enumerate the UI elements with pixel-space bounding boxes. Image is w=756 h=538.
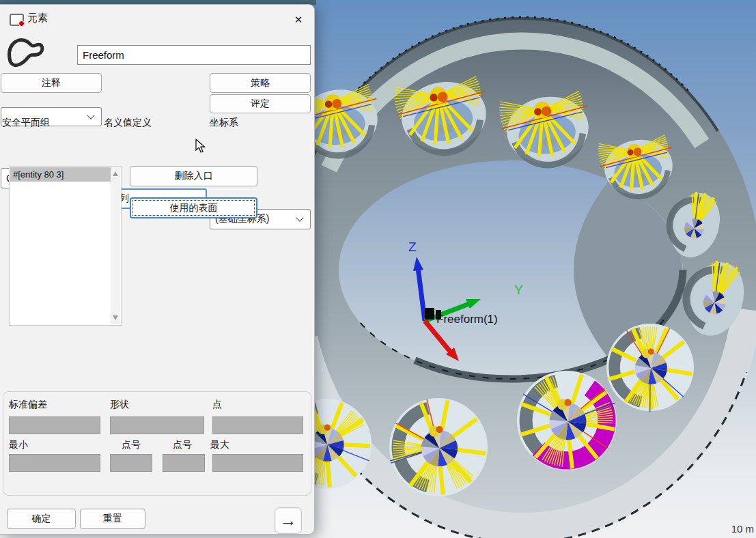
min-field [9,454,100,472]
label-overlap-block [425,308,434,320]
scroll-up-icon[interactable] [113,171,118,176]
freeform-feature-icon [4,33,46,73]
form-field [110,416,204,434]
element-dialog: 元素 ✕ 注释 策略 评定 安全平面组 名义值定义 坐标系 CP +X 阵列 (… [0,4,315,535]
pocket-front [389,398,488,496]
feature-label: Freeform(1) [436,313,498,326]
ok-button[interactable]: 确定 [7,509,76,529]
next-arrow-button[interactable]: → [275,507,302,534]
z-axis-arrow [418,268,425,321]
strategy-button[interactable]: 策略 [210,73,311,93]
pocket-selected [517,371,617,470]
dialog-title: 元素 [27,12,48,25]
coordinate-system-label: 坐标系 [210,117,238,129]
z-axis-arrowhead [413,257,423,271]
feature-name-input[interactable] [77,45,311,65]
max-field [212,454,303,472]
reset-button[interactable]: 重置 [80,509,145,529]
list-item[interactable]: #[entity 80 3] [10,167,111,182]
chevron-down-icon [296,214,303,221]
scroll-down-icon[interactable] [113,315,118,320]
nominal-definition-label: 名义值定义 [104,117,152,129]
dialog-app-icon [10,14,24,26]
y-axis-arrowhead [466,299,481,309]
mouse-cursor-icon [195,139,206,154]
scale-label: 10 m [731,523,755,535]
point-no-field-1 [110,454,152,472]
clearance-group-label: 安全平面组 [2,117,50,129]
point-no-label-1: 点号 [122,439,141,451]
close-button[interactable]: ✕ [286,10,311,29]
axis-triad: Z Y Freeform(1) [408,240,523,361]
results-groupbox: 标准偏差 形状 点 最小 点号 点号 最大 [3,391,311,496]
std-dev-field [9,416,100,434]
used-surfaces-button[interactable]: 使用的表面 [130,197,257,218]
std-dev-label: 标准偏差 [9,399,47,411]
point-label: 点 [212,399,222,411]
application-window: Z Y Freeform(1) 10 m 元素 ✕ 注释 策略 评定 安全平面组… [0,0,756,538]
z-axis-label: Z [408,240,417,254]
delete-entry-button[interactable]: 删除入口 [130,166,257,186]
point-no-label-2: 点号 [173,439,192,451]
form-label: 形状 [110,399,129,411]
min-label: 最小 [9,439,28,451]
chevron-down-icon [87,111,94,119]
entity-list[interactable]: #[entity 80 3] [9,166,122,326]
point-field [212,416,303,434]
max-label: 最大 [210,439,229,451]
list-scrollbar[interactable] [111,167,120,324]
evaluation-button[interactable]: 评定 [210,94,311,113]
point-no-field-2 [163,454,205,472]
annotation-button[interactable]: 注释 [1,73,102,93]
y-axis-label: Y [514,283,523,297]
